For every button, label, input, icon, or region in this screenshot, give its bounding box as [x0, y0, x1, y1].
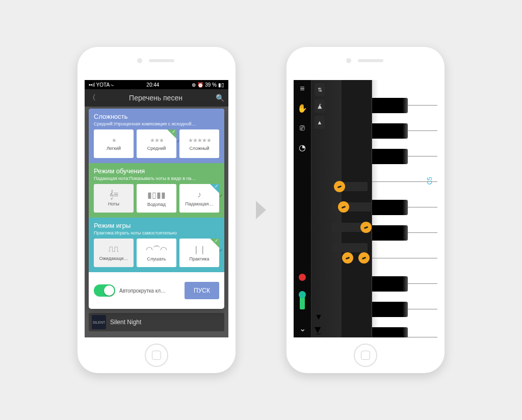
- section-title: Сложность: [94, 113, 219, 120]
- home-button[interactable]: [354, 344, 377, 367]
- screen-right: ≡ ✋ ⎚ ◔ ⌄ ⇅ ▲̄ ▲ ▼ ▼̲: [294, 80, 437, 337]
- play-practice[interactable]: ✓❘❘Практика: [179, 239, 219, 267]
- hand-icon[interactable]: ✋: [297, 103, 307, 113]
- black-key[interactable]: [372, 200, 408, 215]
- section-title: Режим обучения: [94, 167, 219, 175]
- scroll-top-icon[interactable]: ▲̄: [315, 99, 325, 113]
- nav-bar: 〈 Перечень песен 🔍: [85, 89, 228, 107]
- arrow-icon: [256, 201, 266, 219]
- falling-note: [342, 252, 353, 264]
- screen-left: ••ıl YOTA ⏦ 20:44 ⊕ ⏰ 39 % ▮▯ 〈 Перечень…: [85, 80, 228, 337]
- mode-waterfall[interactable]: ▮▯▮▮Водопад: [137, 184, 176, 213]
- carrier-label: ••ıl YOTA ⏦: [89, 82, 114, 88]
- headphones-icon: ◠⏜◠: [146, 245, 167, 254]
- tempo-icon[interactable]: ◔: [299, 143, 306, 152]
- piano-view: ≡ ✋ ⎚ ◔ ⌄ ⇅ ▲̄ ▲ ▼ ▼̲: [294, 80, 437, 337]
- scroll-bottom-icon[interactable]: ▼̲: [315, 325, 323, 334]
- mode-notes[interactable]: 𝄞≡Ноты: [94, 184, 134, 213]
- sliders-icon: ⎍⎍: [109, 245, 119, 254]
- star-icon: ★★★: [150, 137, 164, 144]
- song-title: Silent Night: [110, 319, 141, 326]
- falling-note: [338, 201, 349, 213]
- phone-left: ••ıl YOTA ⏦ 20:44 ⊕ ⏰ 39 % ▮▯ 〈 Перечень…: [77, 47, 236, 373]
- section-learning: Режим обучения Падающая нота:Показывать …: [89, 163, 224, 218]
- settings-modal: Сложность Средний:Упрощенная композиция …: [89, 109, 224, 309]
- status-bar: ••ıl YOTA ⏦ 20:44 ⊕ ⏰ 39 % ▮▯: [85, 80, 228, 89]
- black-key[interactable]: [372, 302, 408, 317]
- difficulty-easy[interactable]: ★Легкий: [94, 129, 134, 158]
- black-key[interactable]: [372, 123, 408, 139]
- sidebar-controls: ≡ ✋ ⎚ ◔ ⌄: [294, 80, 311, 337]
- staff-icon: 𝄞≡: [109, 190, 118, 199]
- falling-note: [360, 222, 372, 233]
- back-icon[interactable]: 〈: [89, 93, 96, 102]
- menu-icon[interactable]: ≡: [300, 84, 304, 93]
- black-key[interactable]: [372, 149, 408, 164]
- clock-label: 20:44: [146, 82, 159, 88]
- record-button[interactable]: [299, 274, 306, 281]
- phone-right: ≡ ✋ ⎚ ◔ ⌄ ⇅ ▲̄ ▲ ▼ ▼̲: [286, 47, 445, 373]
- note-trail: [332, 243, 368, 252]
- scroll-up-icon[interactable]: ▲: [315, 116, 325, 129]
- piano-keys[interactable]: C5: [372, 80, 437, 337]
- play-listen[interactable]: ◠⏜◠Слушать: [137, 239, 176, 267]
- mode-falling[interactable]: ✓♪Падающая…: [179, 184, 219, 213]
- swap-icon[interactable]: ⇅: [315, 83, 325, 96]
- nav-title: Перечень песен: [96, 94, 216, 102]
- black-key[interactable]: [372, 98, 408, 113]
- modal-footer: Автопрокрутка кл… ПУСК: [89, 272, 224, 309]
- section-subtitle: Практика:Играть ноты самостоятельно: [94, 230, 219, 235]
- difficulty-hard[interactable]: ★★★★★Сложный: [179, 129, 219, 158]
- section-subtitle: Средний:Упрощенная композиция с исходной…: [94, 121, 219, 126]
- black-key[interactable]: [372, 327, 408, 337]
- star-icon: ★★★★★: [188, 137, 211, 144]
- search-icon[interactable]: 🔍: [216, 94, 224, 102]
- song-row-silent-night[interactable]: SILENT Silent Night: [89, 313, 224, 331]
- falling-note: [358, 252, 370, 264]
- start-button[interactable]: ПУСК: [185, 282, 219, 299]
- scroll-down-icon[interactable]: ▼: [315, 312, 323, 322]
- black-key[interactable]: [372, 225, 408, 241]
- star-icon: ★: [112, 137, 116, 144]
- note-lane[interactable]: ⇅ ▲̄ ▲ ▼ ▼̲: [311, 80, 372, 337]
- equalizer-icon[interactable]: ⎚: [300, 123, 305, 133]
- bars-icon: ▮▯▮▮: [147, 190, 166, 200]
- autoscroll-toggle[interactable]: [94, 284, 115, 297]
- section-difficulty: Сложность Средний:Упрощенная композиция …: [89, 109, 224, 163]
- black-key[interactable]: [372, 276, 408, 292]
- section-subtitle: Падающая нота:Показывать ноты в виде в п…: [94, 176, 219, 181]
- section-play: Режим игры Практика:Играть ноты самостоя…: [89, 218, 224, 272]
- difficulty-medium[interactable]: ✓★★★Средний: [137, 129, 176, 158]
- status-right: ⊕ ⏰ 39 % ▮▯: [192, 82, 224, 88]
- collapse-icon[interactable]: ⌄: [299, 324, 306, 333]
- octave-label: C5: [426, 177, 433, 185]
- play-waiting[interactable]: ⎍⎍Ожидающи…: [94, 239, 134, 267]
- section-title: Режим игры: [94, 222, 219, 229]
- level-indicator: [300, 294, 305, 309]
- home-button[interactable]: [145, 344, 168, 367]
- drumsticks-icon: ❘❘: [193, 245, 206, 254]
- autoscroll-label: Автопрокрутка кл…: [119, 288, 180, 294]
- falling-note: [334, 181, 345, 192]
- album-thumb: SILENT: [92, 315, 106, 329]
- note-icon: ♪: [197, 190, 201, 199]
